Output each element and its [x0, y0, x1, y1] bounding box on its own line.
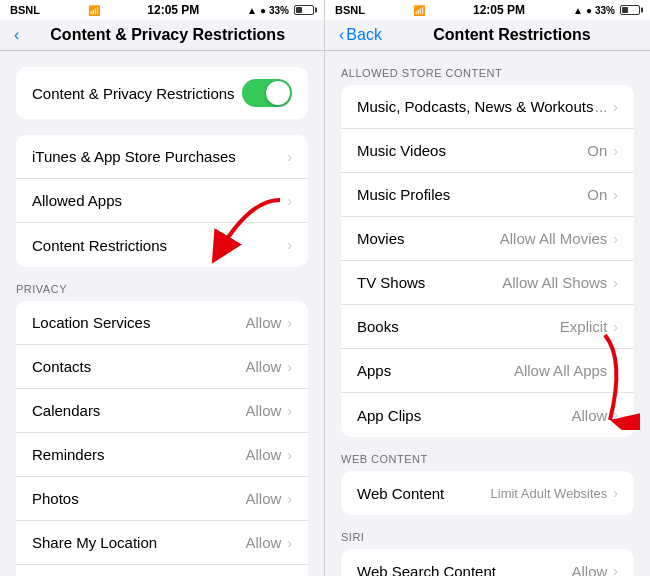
- right-signal2: ●: [586, 5, 592, 16]
- movies-chevron: ›: [613, 231, 618, 247]
- left-signal: 📶: [88, 5, 100, 16]
- right-scroll-area: ALLOWED STORE CONTENT Music, Podcasts, N…: [325, 51, 650, 576]
- web-search-row[interactable]: Web Search Content Allow ›: [341, 549, 634, 576]
- right-time: 12:05 PM: [473, 3, 525, 17]
- toggle-thumb: [266, 81, 290, 105]
- web-search-label: Web Search Content: [357, 563, 571, 577]
- allowed-store-header: ALLOWED STORE CONTENT: [325, 67, 650, 85]
- tv-shows-value: Allow All Shows: [502, 274, 607, 291]
- content-restrictions-label: Content Restrictions: [32, 237, 287, 254]
- privacy-toggle-row[interactable]: Content & Privacy Restrictions: [16, 67, 308, 119]
- contacts-chevron: ›: [287, 359, 292, 375]
- right-status-bar: BSNL 📶 12:05 PM ▲ ● 33%: [325, 0, 650, 20]
- music-videos-chevron: ›: [613, 143, 618, 159]
- music-profiles-row[interactable]: Music Profiles On ›: [341, 173, 634, 217]
- left-carrier: BSNL: [10, 4, 40, 16]
- calendars-chevron: ›: [287, 403, 292, 419]
- siri-header: SIRI: [325, 531, 650, 549]
- web-search-value: Allow: [571, 563, 607, 577]
- music-podcasts-row[interactable]: Music, Podcasts, News & Workouts ... ›: [341, 85, 634, 129]
- share-location-row[interactable]: Share My Location Allow ›: [16, 521, 308, 565]
- itunes-chevron: ›: [287, 149, 292, 165]
- left-battery-icon: [294, 5, 314, 15]
- privacy-toggle-label: Content & Privacy Restrictions: [32, 85, 242, 102]
- app-clips-label: App Clips: [357, 407, 571, 424]
- privacy-items-group: Location Services Allow › Contacts Allow…: [16, 301, 308, 576]
- music-profiles-chevron: ›: [613, 187, 618, 203]
- right-wifi: ▲: [573, 5, 583, 16]
- contacts-value: Allow: [245, 358, 281, 375]
- content-restrictions-row[interactable]: Content Restrictions ›: [16, 223, 308, 267]
- movies-value: Allow All Movies: [500, 230, 608, 247]
- right-signal: 📶: [413, 5, 425, 16]
- bluetooth-row[interactable]: Bluetooth Sharing Allow ›: [16, 565, 308, 576]
- music-profiles-value: On: [587, 186, 607, 203]
- left-time: 12:05 PM: [147, 3, 199, 17]
- app-clips-row[interactable]: App Clips Allow ›: [341, 393, 634, 437]
- apps-row[interactable]: Apps Allow All Apps ›: [341, 349, 634, 393]
- main-items-group: iTunes & App Store Purchases › Allowed A…: [16, 135, 308, 267]
- left-scroll-area: Content & Privacy Restrictions iTunes & …: [0, 51, 324, 576]
- itunes-label: iTunes & App Store Purchases: [32, 148, 287, 165]
- siri-section: SIRI Web Search Content Allow ›: [325, 531, 650, 576]
- books-label: Books: [357, 318, 560, 335]
- share-location-chevron: ›: [287, 535, 292, 551]
- left-battery-pct: 33%: [269, 5, 289, 16]
- books-chevron: ›: [613, 319, 618, 335]
- allowed-apps-label: Allowed Apps: [32, 192, 287, 209]
- music-profiles-label: Music Profiles: [357, 186, 587, 203]
- tv-shows-row[interactable]: TV Shows Allow All Shows ›: [341, 261, 634, 305]
- web-content-label: Web Content: [357, 485, 491, 502]
- left-back-chevron: ‹: [14, 26, 19, 44]
- right-icons: ▲ ● 33%: [573, 5, 640, 16]
- location-services-row[interactable]: Location Services Allow ›: [16, 301, 308, 345]
- right-back-chevron: ‹: [339, 26, 344, 44]
- contacts-row[interactable]: Contacts Allow ›: [16, 345, 308, 389]
- web-content-chevron: ›: [613, 485, 618, 501]
- left-icons: ▲ ● 33%: [247, 5, 314, 16]
- itunes-purchases-row[interactable]: iTunes & App Store Purchases ›: [16, 135, 308, 179]
- calendars-row[interactable]: Calendars Allow ›: [16, 389, 308, 433]
- right-carrier: BSNL: [335, 4, 365, 16]
- books-row[interactable]: Books Explicit ›: [341, 305, 634, 349]
- tv-shows-label: TV Shows: [357, 274, 502, 291]
- music-podcasts-chevron: ›: [613, 99, 618, 115]
- share-location-label: Share My Location: [32, 534, 245, 551]
- reminders-label: Reminders: [32, 446, 245, 463]
- left-back-button[interactable]: ‹: [14, 26, 19, 44]
- movies-row[interactable]: Movies Allow All Movies ›: [341, 217, 634, 261]
- photos-row[interactable]: Photos Allow ›: [16, 477, 308, 521]
- music-videos-row[interactable]: Music Videos On ›: [341, 129, 634, 173]
- privacy-toggle[interactable]: [242, 79, 292, 107]
- location-chevron: ›: [287, 315, 292, 331]
- music-videos-label: Music Videos: [357, 142, 587, 159]
- privacy-header: PRIVACY: [0, 283, 324, 301]
- photos-value: Allow: [245, 490, 281, 507]
- left-signal2: ●: [260, 5, 266, 16]
- photos-label: Photos: [32, 490, 245, 507]
- content-restrictions-chevron: ›: [287, 237, 292, 253]
- calendars-label: Calendars: [32, 402, 245, 419]
- music-podcasts-value: ...: [595, 98, 608, 115]
- photos-chevron: ›: [287, 491, 292, 507]
- books-value: Explicit: [560, 318, 608, 335]
- app-clips-value: Allow: [571, 407, 607, 424]
- allowed-apps-chevron: ›: [287, 193, 292, 209]
- reminders-row[interactable]: Reminders Allow ›: [16, 433, 308, 477]
- right-back-button[interactable]: ‹ Back: [339, 26, 382, 44]
- left-nav-title: Content & Privacy Restrictions: [25, 26, 310, 44]
- tv-shows-chevron: ›: [613, 275, 618, 291]
- apps-chevron: ›: [613, 363, 618, 379]
- left-panel: BSNL 📶 12:05 PM ▲ ● 33% ‹ Content & Priv…: [0, 0, 325, 576]
- music-podcasts-label: Music, Podcasts, News & Workouts: [357, 98, 595, 115]
- contacts-label: Contacts: [32, 358, 245, 375]
- web-content-row[interactable]: Web Content Limit Adult Websites ›: [341, 471, 634, 515]
- app-clips-chevron: ›: [613, 407, 618, 423]
- web-content-section: WEB CONTENT Web Content Limit Adult Webs…: [325, 453, 650, 515]
- right-panel: BSNL 📶 12:05 PM ▲ ● 33% ‹ Back Content R…: [325, 0, 650, 576]
- apps-label: Apps: [357, 362, 514, 379]
- allowed-apps-row[interactable]: Allowed Apps ›: [16, 179, 308, 223]
- left-status-bar: BSNL 📶 12:05 PM ▲ ● 33%: [0, 0, 324, 20]
- web-search-chevron: ›: [613, 563, 618, 576]
- left-nav-bar: ‹ Content & Privacy Restrictions: [0, 20, 324, 51]
